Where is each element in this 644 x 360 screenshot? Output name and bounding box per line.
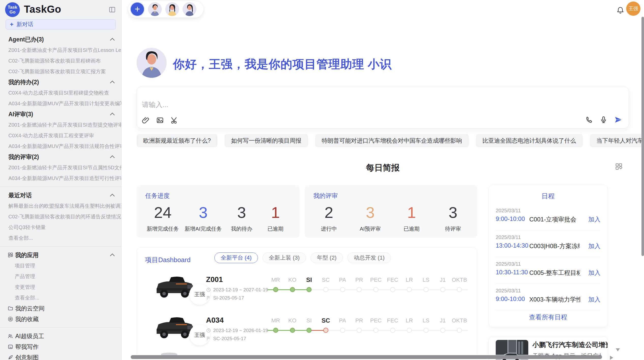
milestone-dot[interactable]	[290, 287, 295, 292]
milestone-dot[interactable]	[457, 287, 462, 292]
notification-bell-icon[interactable]	[617, 6, 624, 14]
sidebar-item-my-apps[interactable]: 我的应用	[0, 250, 121, 260]
sidebar-item[interactable]: A034-全新新能源MUV产品开发项目法规符合性评审	[0, 141, 121, 152]
sidebar-tool-label: 创意制图	[15, 354, 39, 360]
milestone-dot[interactable]	[323, 287, 328, 292]
suggestion-chip[interactable]: 如何写一份清晰的项目周报	[225, 134, 308, 147]
milestone-dot[interactable]	[357, 328, 362, 333]
milestone-dot[interactable]	[340, 328, 345, 333]
event-join-link[interactable]: 加入	[588, 269, 601, 277]
project-code[interactable]: A034	[206, 316, 224, 324]
attach-icon[interactable]	[142, 116, 150, 124]
event-join-link[interactable]: 加入	[588, 295, 601, 304]
recent-item[interactable]: 公司Q3轻卡销量	[0, 222, 121, 233]
event-name: C003|H0B-方案冻结评审	[529, 242, 580, 250]
milestone-dot[interactable]	[373, 328, 378, 333]
sidebar-item[interactable]: C02-飞腾新能源轻客改款项目立项汇报方案	[0, 66, 121, 77]
scissors-icon[interactable]	[170, 116, 178, 124]
milestone-cell	[401, 327, 418, 334]
agent-avatar-3[interactable]	[183, 2, 196, 16]
milestone-dot[interactable]	[457, 328, 462, 333]
sidebar-item[interactable]: C0X4-动力总成开发项目SI里程碑提交物检查	[0, 87, 121, 98]
sidebar-group-header[interactable]: AI评审 (3)	[0, 109, 121, 119]
add-agent-button[interactable]: +	[130, 2, 144, 16]
milestone-label: SC	[317, 276, 334, 283]
sidebar-item[interactable]: A034-全新新能源MUV产品开发项目计划变更表编写	[0, 98, 121, 109]
event-join-link[interactable]: 加入	[588, 242, 601, 250]
sidebar-group-header[interactable]: 我的评审 (2)	[0, 152, 121, 162]
suggestion-chip[interactable]: 比亚迪全固态电池计划具体说了什么	[476, 134, 583, 147]
dashboard-tab-1[interactable]: 全新上装 (3)	[262, 252, 306, 263]
sidebar-tool-2[interactable]: 创意制图	[0, 352, 121, 360]
sidebar-item[interactable]: A034-全新新能源MUV产品开发项目造型可行性评审	[0, 173, 121, 184]
scroll-down-arrow-icon[interactable]	[616, 348, 620, 351]
app-item[interactable]: 变更管理	[0, 282, 121, 292]
sidebar-tool-0[interactable]: AI超级员工	[0, 331, 121, 341]
milestone-dot[interactable]	[407, 287, 412, 292]
sidebar-item-1[interactable]: 我的收藏	[0, 314, 121, 324]
stats-row: 24新增完成任务3新增AI完成任务3我的待办1已逾期	[145, 203, 291, 232]
sidebar-recent-header[interactable]: 最近对话	[0, 190, 121, 201]
briefing-layout-icon[interactable]	[615, 163, 623, 170]
sidebar-item[interactable]: Z001-全新燃油轻卡产品开发项目SI节点属性5D文件评审	[0, 162, 121, 173]
milestone-dot[interactable]	[407, 328, 412, 333]
apps-view-all-link[interactable]: 查看全部...	[0, 292, 121, 303]
suggestion-chip[interactable]: 当下年轻人对汽车外观有怎样的喜好趋势	[590, 134, 644, 147]
milestone-dot[interactable]	[290, 328, 295, 333]
app-item[interactable]: 项目管理	[0, 260, 121, 271]
agent-avatar-1[interactable]	[148, 2, 162, 16]
write-icon	[8, 344, 13, 350]
sidebar-item-0[interactable]: 我的云空间	[0, 303, 121, 314]
recent-item[interactable]: C02-飞腾新能源轻客改款项目的闭环通告反馈情况	[0, 211, 121, 222]
dashboard-tab-3[interactable]: 动总开发 (1)	[347, 252, 391, 263]
milestone-dot[interactable]	[323, 328, 328, 333]
milestone-dot[interactable]	[357, 287, 362, 292]
scroll-right-arrow-icon[interactable]	[610, 356, 613, 360]
input-left-tools	[142, 116, 178, 124]
milestone-dot[interactable]	[423, 328, 429, 333]
sidebar-group-header[interactable]: Agent已办 (3)	[0, 34, 121, 45]
sidebar-collapse-icon[interactable]	[109, 6, 116, 13]
app-item[interactable]: 产品管理	[0, 271, 121, 282]
sidebar-item[interactable]: Z001-全新燃油轻卡产品开发项目SI造型提交物评审	[0, 119, 121, 130]
horizontal-scrollbar[interactable]	[131, 355, 602, 359]
user-avatar[interactable]: 王强	[626, 2, 640, 16]
suggestion-chip[interactable]: 特朗普可能对进口汽车增税会对中国车企造成哪些影响	[315, 134, 469, 147]
milestone-dot[interactable]	[440, 328, 445, 333]
suggestion-chip[interactable]: 欧洲新规最近颁布了什么?	[137, 134, 217, 147]
agent-avatar-2[interactable]	[165, 2, 179, 16]
view-all-schedule-link[interactable]: 查看所有日程	[489, 313, 608, 321]
milestone-dot[interactable]	[373, 287, 378, 292]
project-code[interactable]: Z001	[206, 275, 223, 284]
event-join-link[interactable]: 加入	[588, 215, 601, 223]
new-chat-button[interactable]: + 新对话	[6, 19, 116, 29]
send-icon[interactable]	[614, 115, 623, 124]
mic-icon[interactable]	[600, 116, 607, 124]
dashboard-tab-2[interactable]: 年型 (2)	[311, 252, 343, 263]
sidebar-item[interactable]: Z001-全新燃油皮卡产品开发项目SI节点Lesson Learn报告	[0, 45, 121, 55]
milestone-dot[interactable]	[306, 287, 312, 292]
recent-item[interactable]: 解释最新出台的欧盟报废车法规再生塑料比例被调至15%...	[0, 201, 121, 211]
milestone-dot[interactable]	[423, 287, 429, 292]
image-icon[interactable]	[156, 116, 164, 124]
sidebar-item[interactable]: C0X4-动力总成开发项目工程变更评审	[0, 130, 121, 141]
phone-icon[interactable]	[586, 116, 593, 124]
dashboard-tab-0[interactable]: 全新平台 (4)	[214, 252, 258, 263]
sidebar-group-header[interactable]: 我的待办 (2)	[0, 77, 121, 87]
group-count: (2)	[32, 79, 39, 86]
chat-input-card[interactable]: 请输入...	[137, 87, 629, 128]
milestone-dot[interactable]	[340, 287, 345, 292]
milestone-dot[interactable]	[390, 287, 395, 292]
stat-label: 已逾期	[261, 225, 289, 232]
milestone-dot[interactable]	[390, 328, 395, 333]
sidebar-tool-label: 帮我写作	[15, 343, 39, 351]
milestone-dot[interactable]	[273, 287, 278, 292]
milestone-dot[interactable]	[306, 328, 312, 333]
milestone-dot[interactable]	[273, 328, 278, 333]
milestone-dot[interactable]	[440, 287, 445, 292]
sidebar-tool-1[interactable]: 帮我写作	[0, 341, 121, 352]
sidebar-item[interactable]: C02-飞腾新能源轻客改款项目里程碑画布	[0, 55, 121, 66]
recent-view-all-link[interactable]: 查看全部...	[0, 233, 121, 243]
vertical-scrollbar[interactable]	[641, 17, 644, 256]
clock-icon	[206, 287, 211, 292]
